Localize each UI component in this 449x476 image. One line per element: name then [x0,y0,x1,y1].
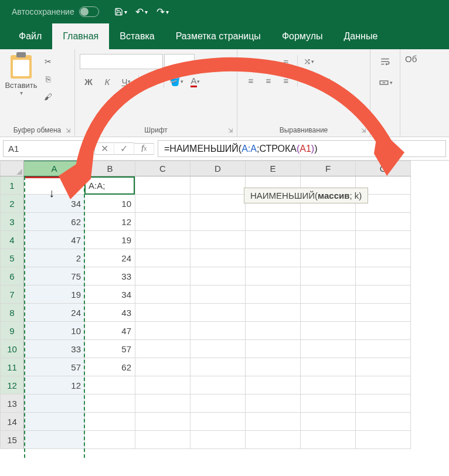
formula-input[interactable]: =НАИМЕНЬШИЙ(A:A;СТРОКА(A1)) [158,140,446,157]
cell[interactable] [356,267,411,285]
cell[interactable] [356,231,411,249]
cell[interactable] [356,322,411,340]
tab-insert[interactable]: Вставка [109,23,165,49]
autosave-toggle[interactable]: Автосохранение [12,6,99,17]
cell[interactable] [246,413,301,431]
tab-file[interactable]: Файл [8,23,52,49]
cell[interactable]: 19 [24,285,85,304]
cell[interactable] [356,340,411,358]
cell[interactable] [135,195,191,213]
font-color-icon[interactable]: A▾ [186,74,204,89]
cell[interactable]: 2 [24,249,85,267]
row-header[interactable]: 2 [1,195,24,213]
cell[interactable] [301,231,356,249]
cell[interactable] [301,213,356,231]
tab-data[interactable]: Данные [334,23,389,49]
cell[interactable] [191,195,246,213]
dialog-launcher-icon[interactable]: ⇲ [226,126,234,134]
cell[interactable] [24,431,85,449]
cell[interactable] [246,285,301,304]
row-header[interactable]: 15 [1,431,24,449]
cell[interactable] [191,395,246,413]
spreadsheet-grid[interactable]: A B C D E F G 143A:A;2341036212447195224… [0,161,449,449]
cell[interactable] [191,231,246,249]
align-right-icon[interactable]: ≡ [277,73,295,88]
col-header-a[interactable]: A [24,161,85,176]
cell[interactable] [356,304,411,322]
cell[interactable]: 12 [85,213,135,231]
cell[interactable] [246,231,301,249]
cell[interactable] [135,176,191,195]
cell[interactable] [191,431,246,449]
italic-icon[interactable]: К [98,74,116,89]
font-name-input[interactable] [80,54,163,69]
cell[interactable] [301,395,356,413]
cell[interactable] [191,358,246,376]
cell[interactable] [246,376,301,395]
cell[interactable] [24,413,85,431]
row-header[interactable]: 8 [1,304,24,322]
paste-button[interactable]: Вставить ▾ [5,53,38,124]
align-center-icon[interactable]: ≡ [260,73,277,88]
cell[interactable] [246,322,301,340]
underline-icon[interactable]: Ч ▾ [117,74,135,89]
copy-icon[interactable]: ⎘ [41,73,55,86]
cell[interactable] [246,267,301,285]
cell[interactable] [135,231,191,249]
insert-function-icon[interactable]: fx [134,143,154,155]
cell[interactable]: 75 [24,267,85,285]
cell[interactable] [191,340,246,358]
cell[interactable] [135,431,191,449]
row-header[interactable]: 5 [1,249,24,267]
cell[interactable] [135,376,191,395]
cell[interactable] [356,285,411,304]
cell[interactable]: 62 [24,213,85,231]
cell[interactable] [246,213,301,231]
cell[interactable] [135,358,191,376]
cell[interactable] [135,322,191,340]
cell[interactable]: 24 [85,249,135,267]
tab-home[interactable]: Главная [52,23,109,49]
cell[interactable] [135,249,191,267]
row-header[interactable]: 10 [1,340,24,358]
cell[interactable] [135,267,191,285]
cell[interactable]: 62 [85,358,135,376]
cell[interactable] [301,376,356,395]
increase-indent-icon[interactable]: ⇥ [318,73,335,88]
cell[interactable]: 10 [24,322,85,340]
cell[interactable] [191,213,246,231]
redo-icon[interactable]: ↷▾ [157,5,169,18]
cell[interactable] [301,431,356,449]
cell[interactable] [191,322,246,340]
row-header[interactable]: 13 [1,395,24,413]
cell[interactable]: A:A; [85,176,135,195]
name-box[interactable]: A1 ▾ [3,140,91,157]
enter-formula-icon[interactable]: ✓ [114,142,134,155]
cell[interactable] [135,304,191,322]
cell[interactable] [191,267,246,285]
cell[interactable]: 10 [85,195,135,213]
cell[interactable] [191,413,246,431]
cell[interactable] [246,304,301,322]
orientation-icon[interactable]: ⤭▾ [300,54,318,69]
cell[interactable] [191,285,246,304]
toggle-switch-icon[interactable] [79,6,99,17]
chevron-down-icon[interactable]: ▾ [83,145,86,152]
cell[interactable] [135,413,191,431]
increase-font-icon[interactable]: A▴ [196,54,213,69]
cell[interactable] [85,413,135,431]
col-header-g[interactable]: G [356,161,411,176]
tab-formulas[interactable]: Формулы [271,23,334,49]
undo-icon[interactable]: ↶▾ [135,5,148,18]
cell[interactable] [356,376,411,395]
cell[interactable]: 57 [24,358,85,376]
cell[interactable] [301,285,356,304]
cell[interactable] [24,395,85,413]
cell[interactable] [356,413,411,431]
col-header-c[interactable]: C [135,161,191,176]
cell[interactable]: 47 [24,231,85,249]
cell[interactable] [301,413,356,431]
cell[interactable]: 34 [85,285,135,304]
cell[interactable] [246,358,301,376]
cell[interactable] [356,395,411,413]
